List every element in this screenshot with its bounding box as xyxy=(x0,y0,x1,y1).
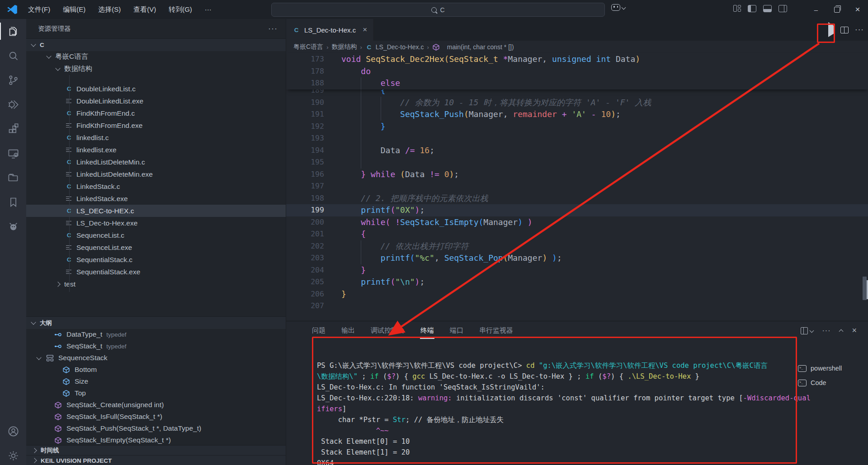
activity-item-run-debug[interactable] xyxy=(0,92,26,117)
outline-item[interactable]: DataType_ttypedef xyxy=(26,329,286,340)
tab-close-icon[interactable]: × xyxy=(363,25,367,34)
panel-tab-串行监视器[interactable]: 串行监视器 xyxy=(479,325,514,336)
close-button[interactable]: × xyxy=(847,0,868,19)
tree-item[interactable]: FindKthFromEnd.exe xyxy=(26,119,286,132)
menu-item[interactable]: 转到(G) xyxy=(163,4,198,16)
code-line-201[interactable]: 201 { xyxy=(286,228,868,240)
terminal-instance-powershell[interactable]: >_powershell xyxy=(798,361,865,376)
terminal-instance-Code[interactable]: >_Code xyxy=(798,376,865,390)
code-line-192[interactable]: 192 } xyxy=(286,121,868,133)
copilot-menu[interactable] xyxy=(611,4,625,11)
tree-item[interactable]: CFindKthFromEnd.c xyxy=(26,107,286,119)
menu-item[interactable]: 选择(S) xyxy=(93,4,126,16)
code-line-191[interactable]: 191 SeqStack_Push(Manager, remainder + '… xyxy=(286,108,868,121)
activity-item-account[interactable] xyxy=(0,419,26,443)
activity-item-source-control[interactable] xyxy=(0,68,26,92)
tree-item[interactable]: SequenceList.exe xyxy=(26,241,286,254)
tree-item[interactable]: linkedlist.exe xyxy=(26,144,286,156)
outline-item[interactable]: SeqStack_Create(unsigned int) xyxy=(26,399,286,411)
activity-item-explorer[interactable] xyxy=(0,19,26,43)
sticky-scroll[interactable]: 173void SeqStack_Dec2Hex(SeqStack_t *Man… xyxy=(286,53,868,89)
tree-folder-数据结构[interactable]: 数据结构 xyxy=(26,63,286,75)
restore-button[interactable] xyxy=(826,0,847,19)
toggle-sidebar-icon[interactable] xyxy=(748,5,756,12)
customize-layout-icon[interactable] xyxy=(733,5,741,12)
code-line-178[interactable]: 178 do xyxy=(286,66,868,78)
code-line-190[interactable]: 190 // 余数为 10 - 15 时，将其转换为对应的字符 'A' - 'F… xyxy=(286,97,868,109)
code-line-198[interactable]: 198 // 2. 把顺序栈中的元素依次出栈 xyxy=(286,193,868,205)
activity-item-codegeex[interactable] xyxy=(0,214,26,239)
outline-item[interactable]: Size xyxy=(26,376,286,387)
tree-item[interactable]: LinkedStack.exe xyxy=(26,193,286,205)
code-line-196[interactable]: 196 } while (Data != 0); xyxy=(286,169,868,181)
terminal-output[interactable]: PS G:\嵌入式学习\软件学习\软件工程\VS code project\C>… xyxy=(317,360,787,465)
tree-item[interactable]: CLinkedStack.c xyxy=(26,180,286,193)
code-editor[interactable]: 189 {190 // 余数为 10 - 15 时，将其转换为对应的字符 'A'… xyxy=(286,85,868,312)
tree-item[interactable]: Clinkedlist.c xyxy=(26,132,286,144)
activity-item-settings[interactable] xyxy=(0,443,26,465)
activity-item-bookmarks[interactable] xyxy=(0,190,26,214)
code-line-193[interactable]: 193 xyxy=(286,132,868,145)
outline-item[interactable]: Bottom xyxy=(26,364,286,376)
split-editor-icon[interactable] xyxy=(840,27,849,33)
code-line-188[interactable]: 188 else xyxy=(286,77,868,89)
code-line-195[interactable]: 195 xyxy=(286,156,868,169)
code-line-197[interactable]: 197 xyxy=(286,180,868,193)
outline-item[interactable]: SeqStack_IsFull(SeqStack_t *) xyxy=(26,411,286,423)
section-timeline[interactable]: 时间线 xyxy=(26,445,286,456)
menu-item[interactable]: ··· xyxy=(199,4,217,16)
outline-item[interactable]: SeqStack_IsEmpty(SeqStack_t *) xyxy=(26,434,286,446)
explorer-more-actions[interactable]: ··· xyxy=(268,24,278,33)
tree-item[interactable]: LS_Dec-to-Hex.exe xyxy=(26,217,286,229)
tree-item[interactable]: CSequentialStack.c xyxy=(26,254,286,266)
activity-item-remote-explorer[interactable] xyxy=(0,141,26,165)
tree-folder-test[interactable]: test xyxy=(26,278,286,290)
activity-item-extensions[interactable] xyxy=(0,117,26,141)
editor-scrollbar[interactable] xyxy=(863,277,867,300)
panel-tab-问题[interactable]: 问题 xyxy=(311,325,326,336)
activity-item-project-manager[interactable] xyxy=(0,165,26,190)
breadcrumb-item[interactable]: 粤嵌C语言 xyxy=(293,43,323,51)
run-button[interactable] xyxy=(828,26,834,34)
section-keil-project[interactable]: KEIL UVISION PROJECT xyxy=(26,455,286,465)
code-line-200[interactable]: 200 while( !SeqStack_IsEmpty(Manager) ) xyxy=(286,216,868,229)
toggle-secondary-sidebar-icon[interactable] xyxy=(778,5,787,12)
tree-item[interactable]: CSequenceList.c xyxy=(26,229,286,241)
command-center-search[interactable]: C xyxy=(271,3,605,17)
panel-tab-调试控制台[interactable]: 调试控制台 xyxy=(370,325,405,336)
code-line-202[interactable]: 202 // 依次出栈并打印字符 xyxy=(286,240,868,253)
outline-item[interactable]: SequenceStack xyxy=(26,352,286,364)
tree-item[interactable]: CLS_DEC-to-HEX.c xyxy=(26,205,286,217)
outline-item[interactable]: SeqStack_ttypedef xyxy=(26,340,286,352)
code-line-199[interactable]: 199 printf("0X"); xyxy=(286,204,868,216)
tree-item[interactable]: SequentialStack.exe xyxy=(26,266,286,278)
outline-item[interactable]: Top xyxy=(26,387,286,399)
code-line-203[interactable]: 203 printf("%c", SeqStack_Pop(Manager) )… xyxy=(286,252,868,264)
code-line-173[interactable]: 173void SeqStack_Dec2Hex(SeqStack_t *Man… xyxy=(286,53,868,66)
tab-ls-dec-to-hex[interactable]: C LS_Dec-to-Hex.c × xyxy=(286,19,374,41)
minimize-button[interactable]: – xyxy=(806,0,826,19)
tree-item[interactable]: LinkedListDeleteMin.exe xyxy=(26,168,286,180)
tree-item[interactable]: DoubleLinkedList.exe xyxy=(26,95,286,107)
close-panel-icon[interactable]: × xyxy=(852,326,857,335)
panel-tab-输出[interactable]: 输出 xyxy=(341,325,355,336)
activity-item-search[interactable] xyxy=(0,43,26,68)
section-outline[interactable]: 大纲 xyxy=(26,316,286,329)
panel-more-actions[interactable]: ··· xyxy=(822,327,831,335)
code-line-205[interactable]: 205 printf("\n"); xyxy=(286,276,868,288)
menu-item[interactable]: 文件(F) xyxy=(23,4,56,16)
maximize-panel-icon[interactable] xyxy=(839,329,844,334)
panel-tab-终端[interactable]: 终端 xyxy=(420,325,434,336)
code-line-194[interactable]: 194 Data /= 16; xyxy=(286,145,868,157)
tree-item[interactable]: CLinkedListDeleteMin.c xyxy=(26,156,286,168)
toggle-panel-icon[interactable] xyxy=(763,5,772,12)
tree-item[interactable] xyxy=(26,75,286,83)
code-line-204[interactable]: 204 } xyxy=(286,264,868,277)
section-root-folder[interactable]: C xyxy=(26,38,286,51)
terminal-split-button[interactable] xyxy=(801,327,813,334)
editor-more-actions[interactable]: ··· xyxy=(855,25,864,34)
breadcrumb-item[interactable]: main(int, char const * []) xyxy=(432,43,514,51)
menu-item[interactable]: 编辑(E) xyxy=(57,4,91,16)
menu-item[interactable]: 查看(V) xyxy=(128,4,161,16)
outline-item[interactable]: SeqStack_Push(SeqStack_t *, DataType_t) xyxy=(26,423,286,434)
